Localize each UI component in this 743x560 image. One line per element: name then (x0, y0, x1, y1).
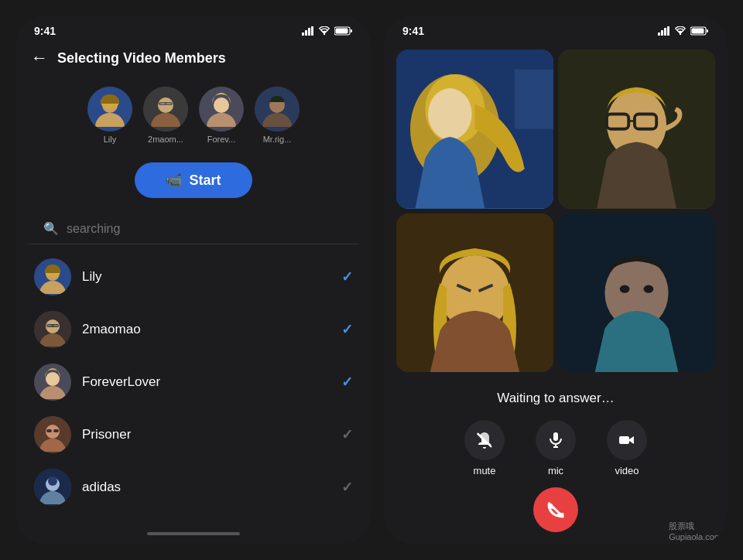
waiting-text: Waiting to answer… (384, 380, 728, 414)
contact-avatar-lily (34, 258, 71, 295)
svg-rect-14 (160, 103, 165, 104)
contact-avatar-adidas (34, 469, 71, 506)
back-button[interactable]: ← (31, 48, 48, 68)
battery-icon-right (690, 26, 709, 36)
mute-button[interactable]: mute (464, 420, 505, 476)
prisoner-contact-icon (34, 416, 71, 453)
page-title: Selecting Video Members (57, 50, 226, 67)
adidas-contact-icon (34, 469, 71, 506)
start-button[interactable]: 📹 Start (135, 162, 252, 198)
svg-rect-37 (658, 32, 660, 36)
left-panel: 9:41 (15, 15, 372, 545)
contact-name-forever: ForeverLover (82, 374, 341, 390)
mute-icon (464, 420, 505, 460)
microphone-icon (546, 431, 565, 449)
check-maomao: ✓ (341, 321, 353, 338)
contact-avatar-maomao (34, 311, 71, 348)
watermark: 股票哦Gupiaola.com (669, 521, 721, 541)
contact-list: Lily ✓ 2maomao ✓ (15, 244, 372, 526)
app-container: 9:41 (0, 0, 743, 560)
maomao-avatar-icon (143, 87, 188, 131)
video-grid (384, 42, 728, 380)
time-left: 9:41 (34, 25, 56, 37)
svg-point-4 (324, 33, 325, 35)
svg-point-49 (428, 88, 472, 140)
contact-item-prisoner[interactable]: Prisoner ✓ (28, 408, 359, 461)
contact-item-forever[interactable]: ForeverLover ✓ (28, 356, 359, 408)
search-icon: 🔍 (43, 221, 59, 236)
svg-point-17 (214, 97, 229, 113)
lily-contact-icon (34, 258, 71, 295)
video-cell-2 (558, 50, 715, 209)
check-lily: ✓ (341, 268, 353, 285)
contact-item-adidas[interactable]: adidas ✓ (28, 461, 359, 514)
video-label: video (615, 465, 639, 476)
svg-rect-44 (692, 29, 704, 34)
video-icon-ctrl (607, 420, 647, 460)
svg-rect-40 (667, 26, 669, 36)
video-cell-4 (558, 213, 715, 373)
member-mrright-name: Mr.rig... (263, 135, 292, 144)
lily-avatar-icon (87, 87, 132, 131)
status-icons-left (302, 26, 353, 36)
wifi-icon (318, 26, 330, 36)
member-2maomao[interactable]: 2maom... (143, 87, 188, 144)
contact-item-maomao[interactable]: 2maomao ✓ (28, 303, 359, 356)
forever-avatar-icon (199, 87, 244, 131)
video-camera-icon: 📹 (166, 172, 183, 189)
time-right: 9:41 (402, 25, 424, 37)
mic-button[interactable]: mic (536, 420, 576, 476)
svg-rect-6 (351, 29, 352, 32)
contact-name-prisoner: Prisoner (82, 427, 341, 442)
selected-members-row: Lily 2maom... (15, 80, 372, 159)
status-bar-right: 9:41 (384, 15, 728, 42)
contact-name-adidas: adidas (82, 480, 341, 495)
home-indicator-left (147, 532, 240, 535)
mic-label: mic (548, 465, 563, 476)
svg-point-61 (620, 285, 630, 292)
watermark-text: 股票哦Gupiaola.com (669, 521, 721, 541)
svg-rect-38 (661, 30, 663, 36)
check-prisoner: ✓ (341, 426, 353, 443)
bell-slash-icon (475, 431, 494, 449)
svg-rect-1 (305, 30, 307, 36)
svg-point-62 (643, 285, 653, 292)
maomao-contact-icon (34, 311, 71, 348)
svg-point-41 (680, 33, 681, 35)
contact-name-maomao: 2maomao (82, 322, 341, 337)
video-guy-icon (558, 213, 715, 373)
mrright-avatar-icon (255, 87, 300, 131)
svg-rect-15 (166, 103, 171, 104)
video-girl3-icon (396, 213, 553, 373)
end-call-button[interactable] (533, 487, 578, 532)
end-call-icon (545, 499, 567, 521)
svg-rect-46 (515, 70, 553, 129)
member-lily-name: Lily (104, 135, 117, 144)
svg-point-36 (48, 476, 57, 486)
mute-label: mute (474, 465, 496, 476)
svg-rect-2 (308, 28, 310, 36)
start-label: Start (189, 172, 221, 189)
svg-rect-7 (336, 29, 348, 34)
svg-rect-27 (53, 325, 58, 326)
contact-item-lily[interactable]: Lily ✓ (28, 251, 359, 303)
video-lily-icon (396, 50, 553, 209)
member-mrright[interactable]: Mr.rig... (255, 87, 300, 144)
member-lily[interactable]: Lily (87, 87, 132, 144)
search-input[interactable] (67, 222, 344, 236)
member-forever[interactable]: Forev... (199, 87, 244, 144)
video-cell-3 (396, 213, 553, 373)
video-button[interactable]: video (607, 420, 647, 476)
svg-rect-67 (619, 436, 629, 444)
video-cell-1 (396, 50, 553, 209)
battery-icon (334, 26, 353, 36)
forever-contact-icon (34, 364, 71, 401)
svg-rect-0 (302, 32, 304, 36)
svg-rect-32 (46, 429, 52, 432)
video-glasses-icon (558, 50, 715, 209)
video-camera-ctrl-icon (618, 431, 636, 449)
call-controls: mute mic (384, 414, 728, 484)
signal-icon-right (658, 26, 670, 36)
svg-rect-43 (707, 29, 708, 32)
status-bar-left: 9:41 (15, 15, 372, 42)
